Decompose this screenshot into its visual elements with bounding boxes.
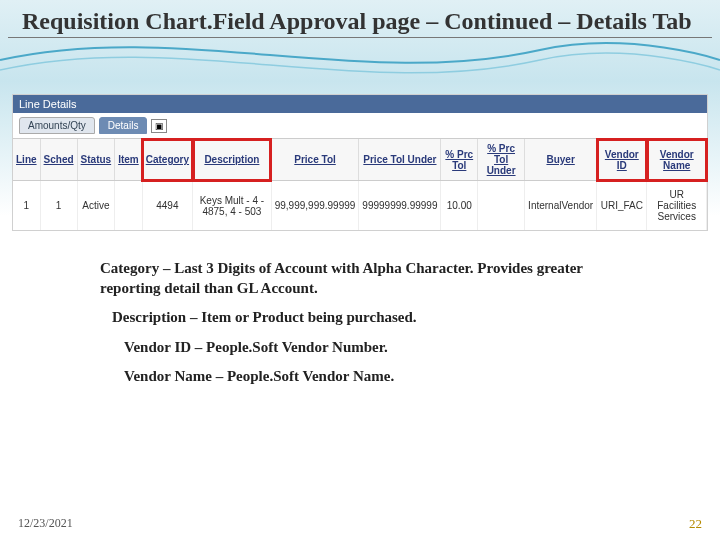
page-number: 22 [689, 516, 702, 532]
footer: 12/23/2021 22 [0, 516, 720, 532]
col-price-tol-under[interactable]: Price Tol Under [359, 139, 441, 181]
cell-buyer: InternalVendor [525, 181, 597, 231]
cell-item [115, 181, 143, 231]
cell-sched: 1 [40, 181, 77, 231]
page-title: Requisition Chart.Field Approval page – … [8, 0, 712, 38]
col-buyer[interactable]: Buyer [525, 139, 597, 181]
col-pct-prc-tol[interactable]: % Prc Tol [441, 139, 478, 181]
note-vendor-id: Vendor ID – People.Soft Vendor Number. [124, 338, 620, 358]
col-sched[interactable]: Sched [40, 139, 77, 181]
col-line[interactable]: Line [13, 139, 40, 181]
details-table: Line Sched Status Item Category Descript… [13, 139, 707, 230]
cell-category: 4494 [142, 181, 192, 231]
col-vendor-id[interactable]: Vendor ID [597, 139, 647, 181]
col-item[interactable]: Item [115, 139, 143, 181]
cell-price-tol: 99,999,999.99999 [271, 181, 359, 231]
table-header-row: Line Sched Status Item Category Descript… [13, 139, 707, 181]
col-description[interactable]: Description [193, 139, 272, 181]
cell-price-tol-under: 99999999.99999 [359, 181, 441, 231]
table-row: 1 1 Active 4494 Keys Mult - 4 - 4875, 4 … [13, 181, 707, 231]
col-price-tol[interactable]: Price Tol [271, 139, 359, 181]
panel-header: Line Details [13, 95, 707, 113]
col-vendor-name[interactable]: Vendor Name [647, 139, 707, 181]
cell-pct-prc-tol: 10.00 [441, 181, 478, 231]
note-category: Category – Last 3 Digits of Account with… [100, 259, 620, 298]
cell-vendor-id: URI_FAC [597, 181, 647, 231]
tab-bar: Amounts/Qty Details ▣ [13, 113, 707, 139]
footer-date: 12/23/2021 [18, 516, 73, 532]
col-pct-prc-tol-under[interactable]: % Prc Tol Under [478, 139, 525, 181]
line-details-panel: Line Details Amounts/Qty Details ▣ Line … [12, 94, 708, 231]
note-description: Description – Item or Product being purc… [112, 308, 620, 328]
cell-line: 1 [13, 181, 40, 231]
cell-status: Active [77, 181, 115, 231]
tab-amounts-qty[interactable]: Amounts/Qty [19, 117, 95, 134]
notes-block: Category – Last 3 Digits of Account with… [100, 259, 620, 387]
expand-icon[interactable]: ▣ [151, 119, 167, 133]
tab-details[interactable]: Details [99, 117, 148, 134]
cell-description: Keys Mult - 4 - 4875, 4 - 503 [193, 181, 272, 231]
col-category[interactable]: Category [142, 139, 192, 181]
cell-vendor-name: UR Facilities Services [647, 181, 707, 231]
note-vendor-name: Vendor Name – People.Soft Vendor Name. [124, 367, 620, 387]
cell-pct-prc-tol-under [478, 181, 525, 231]
col-status[interactable]: Status [77, 139, 115, 181]
